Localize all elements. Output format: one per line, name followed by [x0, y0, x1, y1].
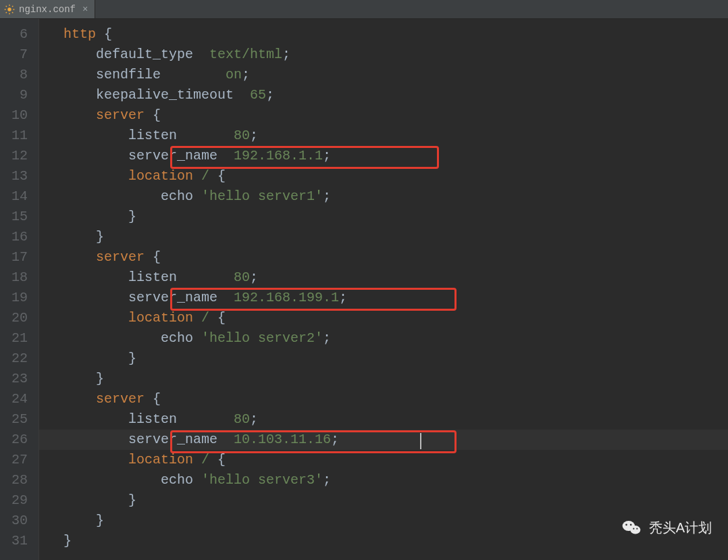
line-number: 12: [0, 146, 28, 166]
code-line[interactable]: sendfile on;: [63, 65, 728, 85]
line-number: 18: [0, 268, 28, 288]
code-line[interactable]: location / {: [63, 308, 728, 328]
svg-line-8: [12, 5, 13, 6]
svg-point-10: [630, 526, 640, 534]
line-number: 10: [0, 105, 28, 126]
svg-point-12: [629, 524, 631, 526]
line-number: 23: [0, 369, 28, 389]
line-number: 7: [0, 45, 28, 65]
code-line[interactable]: echo 'hello server1';: [63, 186, 728, 207]
tab-close-icon[interactable]: ×: [82, 4, 88, 15]
svg-point-11: [625, 524, 627, 526]
line-number: 28: [0, 470, 28, 490]
code-line[interactable]: server_name 192.168.1.1;: [63, 146, 728, 166]
code-line[interactable]: server_name 10.103.11.16;: [63, 430, 728, 450]
code-line[interactable]: listen 80;: [63, 409, 728, 430]
code-area[interactable]: http { default_type text/html; sendfile …: [39, 19, 728, 560]
line-number: 15: [0, 207, 28, 227]
code-line[interactable]: }: [63, 490, 728, 511]
line-number: 22: [0, 349, 28, 369]
code-line[interactable]: location / {: [63, 166, 728, 186]
watermark-text: 秃头A计划: [649, 519, 712, 537]
line-number: 16: [0, 227, 28, 247]
line-number: 17: [0, 247, 28, 268]
line-number: 24: [0, 389, 28, 409]
line-number: 29: [0, 490, 28, 511]
tab-filename: nginx.conf: [19, 4, 76, 15]
code-line[interactable]: server {: [63, 247, 728, 268]
code-line[interactable]: default_type text/html;: [63, 45, 728, 65]
code-line[interactable]: listen 80;: [63, 126, 728, 146]
line-number: 6: [0, 24, 28, 45]
line-number: 11: [0, 126, 28, 146]
text-caret: [420, 433, 421, 449]
tab-bar: nginx.conf ×: [0, 0, 728, 19]
code-line[interactable]: server {: [63, 105, 728, 126]
code-line[interactable]: server {: [63, 389, 728, 409]
code-line[interactable]: }: [63, 369, 728, 389]
svg-point-0: [7, 7, 11, 11]
code-line[interactable]: location / {: [63, 450, 728, 470]
editor: 6789101112131415161718192021222324252627…: [0, 19, 728, 560]
svg-line-6: [12, 12, 13, 13]
code-line[interactable]: listen 80;: [63, 268, 728, 288]
line-number: 13: [0, 166, 28, 186]
svg-line-7: [6, 12, 7, 13]
watermark: 秃头A计划: [621, 517, 712, 538]
line-number: 27: [0, 450, 28, 470]
code-line[interactable]: echo 'hello server3';: [63, 470, 728, 490]
line-number: 25: [0, 409, 28, 430]
code-line[interactable]: }: [63, 207, 728, 227]
svg-line-5: [6, 5, 7, 6]
line-number: 8: [0, 65, 28, 85]
wechat-icon: [621, 517, 642, 538]
line-number: 26: [0, 430, 28, 450]
code-line[interactable]: server_name 192.168.199.1;: [63, 288, 728, 308]
code-line[interactable]: http {: [63, 24, 728, 45]
line-number: 31: [0, 531, 28, 551]
code-line[interactable]: }: [63, 227, 728, 247]
file-tab[interactable]: nginx.conf ×: [0, 0, 95, 18]
code-line[interactable]: keepalive_timeout 65;: [63, 85, 728, 105]
svg-point-14: [636, 528, 638, 530]
line-number-gutter: 6789101112131415161718192021222324252627…: [0, 19, 39, 560]
line-number: 9: [0, 85, 28, 105]
line-number: 20: [0, 308, 28, 328]
line-number: 14: [0, 186, 28, 207]
line-number: 19: [0, 288, 28, 308]
code-line[interactable]: echo 'hello server2';: [63, 328, 728, 349]
code-line[interactable]: }: [63, 349, 728, 369]
sun-file-icon: [4, 4, 15, 15]
line-number: 30: [0, 511, 28, 531]
svg-point-13: [633, 528, 634, 530]
line-number: 21: [0, 328, 28, 349]
